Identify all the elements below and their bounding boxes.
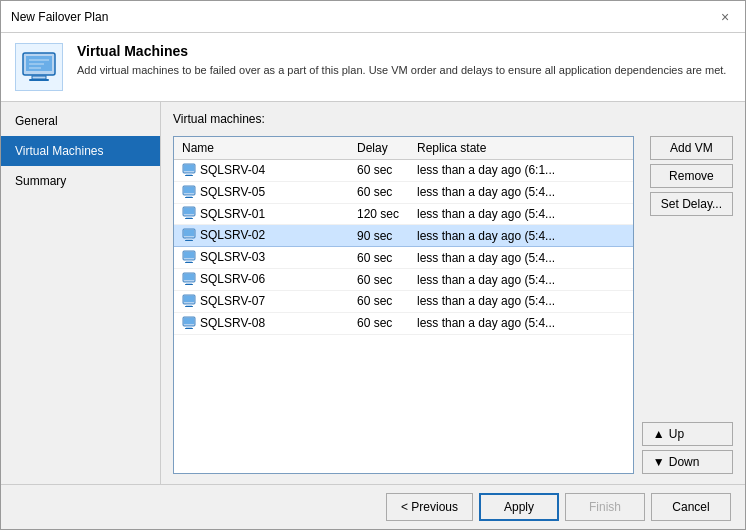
cell-name: SQLSRV-08	[174, 312, 349, 334]
svg-rect-17	[186, 217, 192, 219]
table-row[interactable]: SQLSRV-02 90 sec less than a day ago (5:…	[174, 225, 633, 247]
down-arrow-icon: ▼	[653, 455, 665, 469]
svg-rect-10	[185, 175, 193, 176]
table-row[interactable]: SQLSRV-08 60 sec less than a day ago (5:…	[174, 312, 633, 334]
dialog: New Failover Plan × Virtual Machines Add…	[0, 0, 746, 530]
cell-replica: less than a day ago (5:4...	[409, 225, 633, 247]
right-panel: Add VM Remove Set Delay... ▲ Up ▼ Down	[642, 136, 733, 474]
svg-rect-16	[184, 208, 194, 214]
cell-replica: less than a day ago (5:4...	[409, 247, 633, 269]
svg-rect-13	[186, 195, 192, 197]
svg-rect-34	[185, 306, 193, 307]
cell-name: SQLSRV-02	[174, 225, 349, 247]
cell-name: SQLSRV-04	[174, 160, 349, 182]
cell-name: SQLSRV-07	[174, 290, 349, 312]
svg-rect-12	[184, 187, 194, 193]
header-icon	[15, 43, 63, 91]
svg-rect-3	[29, 79, 49, 81]
svg-rect-8	[184, 165, 194, 171]
cell-delay: 60 sec	[349, 290, 409, 312]
title-bar: New Failover Plan ×	[1, 1, 745, 33]
header-title: Virtual Machines	[77, 43, 726, 59]
table-row[interactable]: SQLSRV-03 60 sec less than a day ago (5:…	[174, 247, 633, 269]
remove-button[interactable]: Remove	[650, 164, 733, 188]
table-row[interactable]: SQLSRV-05 60 sec less than a day ago (5:…	[174, 181, 633, 203]
footer: < Previous Apply Finish Cancel	[1, 484, 745, 529]
svg-rect-28	[184, 274, 194, 280]
svg-rect-37	[186, 326, 192, 328]
svg-rect-18	[185, 218, 193, 219]
cell-name: SQLSRV-05	[174, 181, 349, 203]
add-vm-button[interactable]: Add VM	[650, 136, 733, 160]
svg-rect-38	[185, 328, 193, 329]
col-delay: Delay	[349, 137, 409, 160]
up-down-buttons: ▲ Up ▼ Down	[642, 422, 733, 474]
vm-table-container[interactable]: Name Delay Replica state SQLSRV-04 60 se…	[173, 136, 634, 474]
header-text: Virtual Machines Add virtual machines to…	[77, 43, 726, 78]
up-button[interactable]: ▲ Up	[642, 422, 733, 446]
vm-table: Name Delay Replica state SQLSRV-04 60 se…	[174, 137, 633, 335]
main-content: Virtual machines: Name Delay Replica sta…	[161, 102, 745, 484]
close-button[interactable]: ×	[715, 7, 735, 27]
cell-replica: less than a day ago (5:4...	[409, 203, 633, 225]
action-buttons: Add VM Remove Set Delay...	[642, 136, 733, 216]
svg-rect-26	[185, 262, 193, 263]
table-row[interactable]: SQLSRV-06 60 sec less than a day ago (5:…	[174, 269, 633, 291]
cell-replica: less than a day ago (5:4...	[409, 269, 633, 291]
svg-rect-25	[186, 261, 192, 263]
sidebar-item-summary[interactable]: Summary	[1, 166, 160, 196]
cell-name: SQLSRV-03	[174, 247, 349, 269]
cell-replica: less than a day ago (5:4...	[409, 181, 633, 203]
svg-rect-30	[185, 284, 193, 285]
cell-delay: 60 sec	[349, 269, 409, 291]
col-name: Name	[174, 137, 349, 160]
dialog-title: New Failover Plan	[11, 10, 108, 24]
svg-rect-2	[32, 76, 46, 79]
svg-rect-22	[185, 240, 193, 241]
table-row[interactable]: SQLSRV-04 60 sec less than a day ago (6:…	[174, 160, 633, 182]
svg-rect-29	[186, 282, 192, 284]
svg-rect-14	[185, 197, 193, 198]
content-area: General Virtual Machines Summary Virtual…	[1, 102, 745, 484]
col-replica: Replica state	[409, 137, 633, 160]
previous-button[interactable]: < Previous	[386, 493, 473, 521]
cell-name: SQLSRV-06	[174, 269, 349, 291]
cell-replica: less than a day ago (5:4...	[409, 290, 633, 312]
svg-rect-32	[184, 296, 194, 302]
cell-name: SQLSRV-01	[174, 203, 349, 225]
up-label: Up	[669, 427, 684, 441]
cell-delay: 60 sec	[349, 247, 409, 269]
svg-rect-24	[184, 252, 194, 258]
table-row[interactable]: SQLSRV-07 60 sec less than a day ago (5:…	[174, 290, 633, 312]
sidebar-item-virtual-machines[interactable]: Virtual Machines	[1, 136, 160, 166]
sidebar: General Virtual Machines Summary	[1, 102, 161, 484]
cell-replica: less than a day ago (6:1...	[409, 160, 633, 182]
set-delay-button[interactable]: Set Delay...	[650, 192, 733, 216]
header-description: Add virtual machines to be failed over a…	[77, 63, 726, 78]
svg-rect-21	[186, 239, 192, 241]
header-area: Virtual Machines Add virtual machines to…	[1, 33, 745, 102]
cell-delay: 60 sec	[349, 160, 409, 182]
finish-button[interactable]: Finish	[565, 493, 645, 521]
svg-rect-9	[186, 173, 192, 175]
cell-delay: 60 sec	[349, 312, 409, 334]
section-label: Virtual machines:	[173, 112, 733, 126]
down-button[interactable]: ▼ Down	[642, 450, 733, 474]
apply-button[interactable]: Apply	[479, 493, 559, 521]
svg-rect-20	[184, 230, 194, 236]
up-arrow-icon: ▲	[653, 427, 665, 441]
cell-replica: less than a day ago (5:4...	[409, 312, 633, 334]
table-row[interactable]: SQLSRV-01 120 sec less than a day ago (5…	[174, 203, 633, 225]
svg-rect-36	[184, 318, 194, 324]
svg-rect-33	[186, 304, 192, 306]
cancel-button[interactable]: Cancel	[651, 493, 731, 521]
cell-delay: 120 sec	[349, 203, 409, 225]
down-label: Down	[669, 455, 700, 469]
sidebar-item-general[interactable]: General	[1, 106, 160, 136]
cell-delay: 90 sec	[349, 225, 409, 247]
cell-delay: 60 sec	[349, 181, 409, 203]
